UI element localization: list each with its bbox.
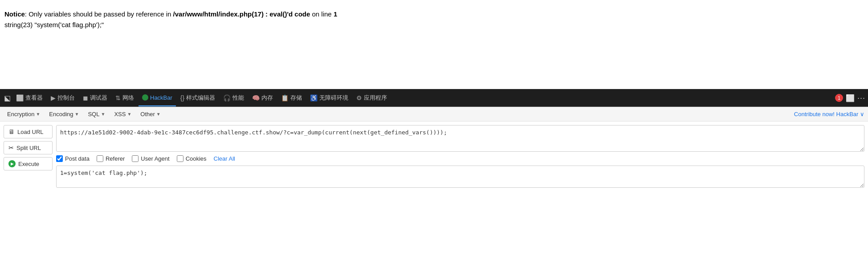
- cookies-checkbox-label[interactable]: Cookies: [177, 155, 207, 162]
- tab-perf-label: 性能: [232, 94, 244, 102]
- notice-line2: string(23) "system('cat flag.php');": [4, 21, 104, 28]
- post-data-checkbox-label[interactable]: Post data: [56, 155, 90, 162]
- referer-checkbox-label[interactable]: Referer: [97, 155, 125, 162]
- xss-arrow-icon: ▼: [127, 112, 131, 117]
- hackbar-left-buttons: 🖥 Load URL ✂ Split URL ▶ Execute: [4, 125, 53, 170]
- split-url-icon: ✂: [8, 144, 14, 151]
- encoding-dropdown[interactable]: Encoding ▼: [45, 109, 82, 119]
- clear-all-button[interactable]: Clear All: [214, 155, 235, 162]
- style-icon: {}: [180, 94, 184, 101]
- memory-icon: 🧠: [252, 94, 260, 101]
- sql-arrow-icon: ▼: [101, 112, 105, 117]
- split-url-label: Split URL: [16, 145, 41, 151]
- encryption-label: Encryption: [7, 111, 34, 117]
- load-url-label: Load URL: [17, 129, 44, 135]
- tab-style-label: 样式编辑器: [186, 94, 215, 102]
- tab-debugger[interactable]: ◼ 调试器: [79, 89, 111, 106]
- tab-inspector[interactable]: ⬜ 查看器: [12, 89, 46, 106]
- tab-inspector-label: 查看器: [25, 94, 43, 102]
- user-agent-checkbox[interactable]: [132, 155, 139, 162]
- tab-console-label: 控制台: [57, 94, 75, 102]
- hackbar-dot-icon: [142, 94, 148, 101]
- url-input[interactable]: [56, 125, 864, 152]
- devtools-right: 1 ⬜ ···: [835, 93, 865, 103]
- tab-accessibility-label: 无障碍环境: [319, 94, 348, 102]
- devtools-bar: ⬕ ⬜ 查看器 ▶ 控制台 ◼ 调试器 ⇅ 网络 HackBar {} 样式编辑…: [0, 89, 868, 107]
- post-data-input[interactable]: [56, 166, 864, 188]
- tab-network-label: 网络: [122, 94, 134, 102]
- other-dropdown[interactable]: Other ▼: [137, 109, 164, 119]
- split-url-button[interactable]: ✂ Split URL: [4, 141, 53, 154]
- load-url-button[interactable]: 🖥 Load URL: [4, 125, 53, 138]
- notice-line-num: 1: [334, 10, 337, 18]
- notice-text: Notice: Only variables should be passed …: [4, 9, 864, 30]
- more-options-icon[interactable]: ···: [857, 93, 865, 103]
- tab-apps-label: 应用程序: [364, 94, 387, 102]
- tab-network[interactable]: ⇅ 网络: [112, 89, 138, 106]
- hackbar-body: 🖥 Load URL ✂ Split URL ▶ Execute Post da…: [0, 121, 868, 191]
- tab-style[interactable]: {} 样式编辑器: [177, 89, 219, 106]
- console-icon: ▶: [51, 94, 56, 101]
- hackbar-label: HackBar ∨: [836, 111, 864, 117]
- referer-label: Referer: [106, 155, 125, 162]
- play-icon: ▶: [8, 160, 16, 167]
- network-icon: ⇅: [115, 94, 121, 101]
- encoding-arrow-icon: ▼: [75, 112, 79, 117]
- user-agent-checkbox-label[interactable]: User Agent: [132, 155, 169, 162]
- load-url-icon: 🖥: [8, 128, 15, 135]
- notice-keyword: Notice: [4, 10, 25, 18]
- error-badge: 1: [835, 94, 843, 102]
- tab-hackbar-label: HackBar: [150, 94, 172, 101]
- other-label: Other: [140, 111, 155, 117]
- tab-accessibility[interactable]: ♿ 无障碍环境: [306, 89, 352, 106]
- notice-on-line: on line: [310, 10, 334, 18]
- sql-label: SQL: [88, 111, 99, 117]
- tab-console[interactable]: ▶ 控制台: [47, 89, 78, 106]
- notice-colon-middle: : Only variables should be passed by ref…: [25, 10, 173, 18]
- checkboxes-row: Post data Referer User Agent Cookies Cle…: [56, 155, 864, 162]
- execute-label: Execute: [18, 161, 39, 167]
- hackbar-right: Post data Referer User Agent Cookies Cle…: [56, 125, 864, 188]
- contribute-text: Contribute now!: [794, 111, 835, 117]
- hackbar-panel: Encryption ▼ Encoding ▼ SQL ▼ XSS ▼ Othe…: [0, 107, 868, 191]
- tab-memory-label: 内存: [261, 94, 273, 102]
- tab-storage-label: 存储: [290, 94, 302, 102]
- cookies-label: Cookies: [186, 155, 207, 162]
- post-data-label: Post data: [65, 155, 90, 162]
- sql-dropdown[interactable]: SQL ▼: [84, 109, 109, 119]
- xss-label: XSS: [114, 111, 126, 117]
- execute-button[interactable]: ▶ Execute: [4, 157, 53, 170]
- cookies-checkbox[interactable]: [177, 155, 183, 162]
- referer-checkbox[interactable]: [97, 155, 103, 162]
- tab-memory[interactable]: 🧠 内存: [249, 89, 277, 106]
- page-content: Notice: Only variables should be passed …: [0, 0, 868, 89]
- dock-icon[interactable]: ⬜: [846, 93, 855, 102]
- xss-dropdown[interactable]: XSS ▼: [110, 109, 135, 119]
- tab-hackbar[interactable]: HackBar: [139, 89, 176, 106]
- tab-storage[interactable]: 📋 存储: [277, 89, 306, 106]
- debugger-icon: ◼: [83, 94, 88, 101]
- inspector-icon: ⬜: [16, 94, 24, 101]
- contribute-link[interactable]: Contribute now! HackBar ∨: [794, 111, 864, 117]
- encoding-label: Encoding: [49, 111, 73, 117]
- notice-path: /var/www/html/index.php(17) : eval()'d c…: [173, 10, 310, 18]
- cursor-icon: ⬕: [3, 93, 12, 102]
- tab-apps[interactable]: ⚙ 应用程序: [353, 89, 391, 106]
- user-agent-label: User Agent: [141, 155, 169, 162]
- encryption-arrow-icon: ▼: [36, 112, 40, 117]
- storage-icon: 📋: [281, 94, 289, 101]
- apps-icon: ⚙: [356, 94, 362, 101]
- accessibility-icon: ♿: [310, 94, 318, 101]
- tab-perf[interactable]: 🎧 性能: [220, 89, 248, 106]
- tab-debugger-label: 调试器: [90, 94, 107, 102]
- other-arrow-icon: ▼: [156, 112, 161, 117]
- perf-icon: 🎧: [223, 94, 231, 101]
- hackbar-toolbar: Encryption ▼ Encoding ▼ SQL ▼ XSS ▼ Othe…: [0, 107, 868, 121]
- post-data-checkbox[interactable]: [56, 155, 63, 162]
- encryption-dropdown[interactable]: Encryption ▼: [4, 109, 44, 119]
